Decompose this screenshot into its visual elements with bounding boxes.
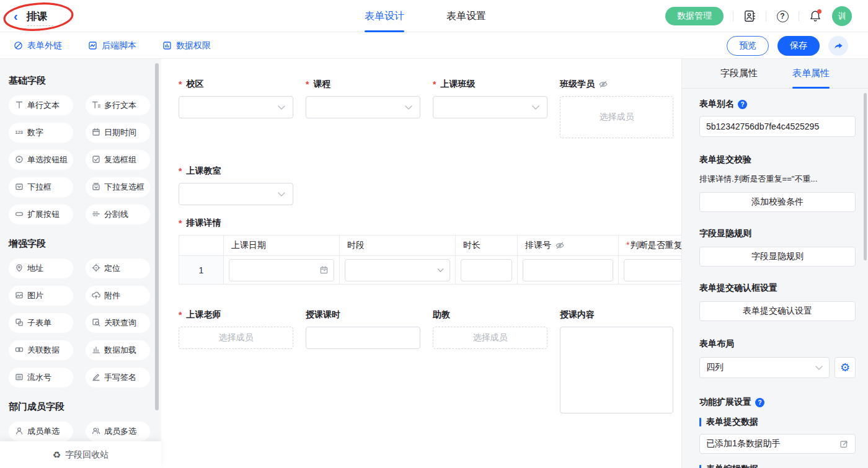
field-item-lookup[interactable]: 关联查询 xyxy=(86,313,150,333)
field-hours[interactable]: 授课课时 xyxy=(306,309,420,413)
course-select[interactable] xyxy=(306,96,420,118)
date-input[interactable] xyxy=(229,259,334,281)
sidebar-group-title: 增强字段 xyxy=(9,238,161,250)
field-classroom[interactable]: 上课教室 xyxy=(179,166,293,205)
layout-select[interactable]: 四列 xyxy=(699,357,830,378)
field-item-member-single[interactable]: 成员单选 xyxy=(9,422,73,441)
sidebar-group-title: 部门成员字段 xyxy=(9,401,161,413)
field-item-signature[interactable]: 手写签名 xyxy=(86,368,150,387)
field-item-radio-group[interactable]: 单选按钮组 xyxy=(9,150,73,170)
eye-off-icon xyxy=(598,80,608,89)
field-item-attachment[interactable]: 附件 xyxy=(86,286,150,306)
chevron-down-icon xyxy=(815,366,823,370)
tab-form-properties[interactable]: 表单属性 xyxy=(792,59,830,88)
field-recycle-bin-button[interactable]: ♻ 字段回收站 xyxy=(0,441,161,468)
duration-input[interactable] xyxy=(461,259,512,281)
field-course[interactable]: 课程 xyxy=(306,79,420,138)
member-single-icon xyxy=(15,426,24,437)
back-icon[interactable]: ‹ xyxy=(14,10,18,22)
field-visibility-button[interactable]: 字段显隐规则 xyxy=(699,247,856,267)
field-teacher[interactable]: 上课老师 选择成员 xyxy=(179,309,293,413)
teacher-member-picker[interactable]: 选择成员 xyxy=(179,327,293,349)
share-arrow-icon xyxy=(833,40,844,51)
form-layout-heading: 表单布局 xyxy=(699,338,856,350)
field-item-single-text[interactable]: 单行文本 xyxy=(9,95,73,115)
field-students[interactable]: 班级学员 选择成员 xyxy=(560,79,673,138)
avatar[interactable]: 训 xyxy=(832,6,852,26)
datetime-icon xyxy=(92,128,100,138)
notification-bell-icon[interactable] xyxy=(808,9,822,23)
schedule-column-header: 上课日期 xyxy=(224,236,340,256)
backend-script-button[interactable]: 后端脚本 xyxy=(88,40,136,51)
field-item-linked-data[interactable]: 关联数据 xyxy=(9,340,73,360)
image-icon xyxy=(15,291,24,301)
field-item-image[interactable]: 图片 xyxy=(9,286,73,306)
header-tabs: 表单设计 表单设置 xyxy=(365,0,486,32)
submit-data-value[interactable]: 已添加1条数据助手 xyxy=(699,434,856,454)
field-assistant[interactable]: 助教 选择成员 xyxy=(433,309,547,413)
field-campus[interactable]: 校区 xyxy=(179,79,293,138)
field-library-sidebar: 基础字段单行文本多行文本123数字日期时间单选按钮组复选框组下拉框下拉复选框扩展… xyxy=(0,59,161,468)
add-validation-button[interactable]: 添加校验条件 xyxy=(699,192,856,212)
field-item-multiselect[interactable]: 下拉复选框 xyxy=(86,177,150,197)
help-badge-icon[interactable]: ? xyxy=(755,398,764,407)
field-content[interactable]: 授课内容 xyxy=(560,309,673,413)
field-item-divider[interactable]: 分割线 xyxy=(86,205,150,224)
students-member-picker[interactable]: 选择成员 xyxy=(560,96,673,138)
field-item-extend-button[interactable]: 扩展按钮 xyxy=(9,205,73,224)
notification-dot xyxy=(817,9,822,14)
layout-settings-button[interactable]: ⚙ xyxy=(835,357,856,378)
field-schedule-detail[interactable]: 排课详情 上课日期时段时长排课号判断是否重复 1 xyxy=(179,218,682,285)
help-badge-icon[interactable]: ? xyxy=(738,100,747,109)
field-item-datetime[interactable]: 日期时间 xyxy=(86,123,150,143)
form-canvas[interactable]: 校区 课程 上课班级 班级学员 xyxy=(161,59,682,468)
sidebar-scrollbar[interactable] xyxy=(155,63,159,410)
help-icon[interactable]: ? xyxy=(776,9,789,23)
campus-select[interactable] xyxy=(179,96,293,118)
field-item-locate[interactable]: 定位 xyxy=(86,258,150,278)
field-item-checkbox-group[interactable]: 复选框组 xyxy=(86,150,150,170)
data-manage-button[interactable]: 数据管理 xyxy=(665,7,724,25)
field-item-member-multi[interactable]: 成员多选 xyxy=(86,422,150,441)
tab-field-properties[interactable]: 字段属性 xyxy=(720,59,758,88)
subform-icon xyxy=(15,318,24,329)
field-item-multi-text[interactable]: 多行文本 xyxy=(86,95,150,115)
content-textarea[interactable] xyxy=(560,327,673,413)
preview-button[interactable]: 预览 xyxy=(727,36,769,56)
field-label: 排课详情 xyxy=(179,218,682,229)
chevron-down-icon xyxy=(278,192,285,196)
form-alias-input[interactable]: 5b12342756db7fe4c4525295 xyxy=(699,116,856,137)
save-button[interactable]: 保存 xyxy=(777,36,820,56)
chevron-down-icon xyxy=(532,105,539,110)
classroom-select[interactable] xyxy=(179,183,293,205)
external-link-button[interactable]: 表单外链 xyxy=(14,40,62,51)
edit-icon[interactable] xyxy=(839,439,849,449)
schedule-no-input[interactable] xyxy=(523,259,613,281)
period-select[interactable] xyxy=(345,259,450,281)
share-button[interactable] xyxy=(828,36,848,56)
tab-form-design[interactable]: 表单设计 xyxy=(365,0,404,32)
field-item-subform[interactable]: 子表单 xyxy=(9,313,73,333)
field-item-number[interactable]: 123数字 xyxy=(9,123,73,143)
address-book-icon[interactable] xyxy=(743,9,756,23)
data-permission-button[interactable]: 数据权限 xyxy=(162,40,211,51)
assistant-member-picker[interactable]: 选择成员 xyxy=(433,327,547,349)
field-item-data-load[interactable]: 数据加载 xyxy=(86,340,150,360)
field-item-serial[interactable]: 流水号 xyxy=(9,368,73,387)
hours-input[interactable] xyxy=(306,327,420,349)
toolbar-links: 表单外链 后端脚本 数据权限 xyxy=(14,32,211,59)
tab-form-settings[interactable]: 表单设置 xyxy=(446,0,486,32)
validation-rule-text[interactable]: 排课详情.判断是否重复=="不重... xyxy=(699,174,856,185)
field-label: 班级学员 xyxy=(560,79,673,90)
repeat-check-input[interactable] xyxy=(624,259,682,281)
extension-settings-heading: 功能扩展设置 ? xyxy=(699,397,856,408)
eye-off-icon xyxy=(555,241,565,250)
class-select[interactable] xyxy=(433,96,547,118)
submit-confirm-button[interactable]: 表单提交确认设置 xyxy=(699,301,856,321)
gear-icon: ⚙ xyxy=(840,361,850,374)
panel-scrollbar[interactable] xyxy=(864,93,867,260)
field-item-address[interactable]: 地址 xyxy=(9,258,73,278)
field-class[interactable]: 上课班级 xyxy=(433,79,547,138)
lookup-icon xyxy=(92,318,100,329)
field-item-select[interactable]: 下拉框 xyxy=(9,177,73,197)
